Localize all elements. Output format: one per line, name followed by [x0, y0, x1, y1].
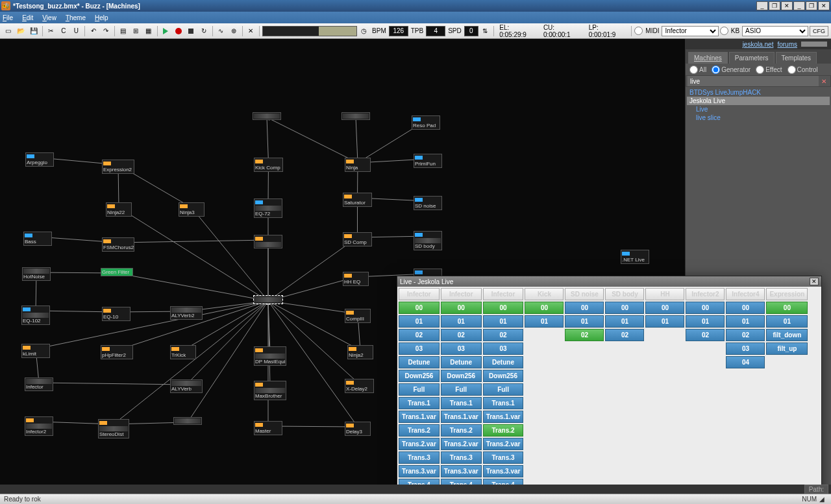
- live-cell[interactable]: 01: [605, 315, 644, 328]
- live-cell[interactable]: Trans.1: [399, 397, 440, 409]
- live-cell[interactable]: 04: [726, 356, 765, 368]
- live-cell[interactable]: 02: [605, 329, 644, 341]
- live-cell[interactable]: 03: [726, 342, 765, 355]
- machine-node-ninja2[interactable]: Ninja2: [347, 345, 373, 359]
- live-cell[interactable]: 01: [441, 315, 482, 328]
- live-close-button[interactable]: ✕: [810, 278, 819, 285]
- live-cell[interactable]: Full: [441, 383, 482, 396]
- live-cell[interactable]: 03: [483, 342, 524, 355]
- machine-node-net[interactable]: .NET Live: [621, 250, 649, 264]
- volume-slider[interactable]: [801, 42, 827, 47]
- kb-radio[interactable]: [720, 27, 728, 35]
- filter-all[interactable]: All: [689, 66, 706, 74]
- spd-input[interactable]: [464, 26, 478, 36]
- live-cell[interactable]: 02: [399, 329, 440, 341]
- settings-icon[interactable]: ⊕: [228, 25, 240, 37]
- live-cell[interactable]: Down256: [483, 370, 524, 382]
- live-cell[interactable]: Full: [399, 383, 440, 396]
- machine-node-master[interactable]: [254, 296, 282, 304]
- live-cell[interactable]: Detune: [399, 356, 440, 368]
- machine-node-greenfilter[interactable]: Green Filter: [101, 268, 133, 276]
- filter-effect[interactable]: Effect: [756, 66, 782, 74]
- machine-node-alyverb2[interactable]: ALYVerb2: [170, 306, 203, 320]
- live-column-header[interactable]: Infector: [483, 288, 524, 300]
- tab-parameters[interactable]: Parameters: [729, 52, 775, 64]
- live-cell[interactable]: Trans.3.var: [483, 465, 524, 477]
- live-column-header[interactable]: Infector4: [726, 288, 765, 300]
- machine-node-eq10[interactable]: EQ-10: [102, 307, 130, 321]
- live-column-header[interactable]: Infector: [399, 288, 440, 300]
- path-button[interactable]: Path:: [804, 485, 828, 494]
- machine-node-expression2[interactable]: Expression2: [102, 160, 134, 174]
- live-cell[interactable]: Trans.3.var: [399, 465, 440, 477]
- machine-node-n4[interactable]: [173, 417, 202, 425]
- machine-node-ninja3[interactable]: Ninja3: [179, 202, 205, 217]
- live-cell[interactable]: 01: [726, 315, 765, 328]
- live-cell[interactable]: 00: [525, 302, 564, 314]
- search-clear-icon[interactable]: ✕: [819, 76, 829, 86]
- live-cell[interactable]: 01: [686, 315, 725, 328]
- loop-button[interactable]: ↻: [198, 25, 210, 37]
- cut-button[interactable]: ✂: [45, 25, 57, 37]
- machine-node-sdcomp[interactable]: SD Comp: [343, 232, 372, 246]
- live-cell[interactable]: 03: [399, 342, 440, 355]
- live-cell[interactable]: 01: [399, 315, 440, 328]
- live-cell[interactable]: 00: [565, 302, 604, 314]
- list-item[interactable]: Jeskola Live: [687, 97, 830, 105]
- live-cell[interactable]: 01: [483, 315, 524, 328]
- live-cell[interactable]: 00: [645, 302, 684, 314]
- close-button[interactable]: ✕: [781, 1, 793, 10]
- live-cell[interactable]: filt_down: [766, 329, 808, 341]
- audio-select[interactable]: ASIO: [742, 26, 808, 36]
- live-cell[interactable]: Trans.1.var: [483, 411, 524, 423]
- machine-node-eq72[interactable]: EQ-72: [254, 198, 282, 218]
- machine-node-maxbrother[interactable]: MaxBrother: [254, 381, 286, 400]
- minimize-child-button[interactable]: _: [793, 1, 805, 10]
- machine-node-resopad[interactable]: Reso Pad: [412, 115, 440, 130]
- bpm-input[interactable]: [389, 26, 408, 36]
- live-window[interactable]: Live - Jeskola Live ✕ InfectorInfectorIn…: [397, 276, 822, 504]
- live-cell[interactable]: 03: [441, 342, 482, 355]
- machine-node-infector[interactable]: Infector: [25, 378, 53, 391]
- machine-node-stereodist[interactable]: StereoDist: [98, 419, 129, 438]
- live-cell[interactable]: 01: [766, 315, 808, 328]
- menu-view[interactable]: View: [42, 14, 56, 21]
- filter-generator[interactable]: Generator: [712, 66, 750, 74]
- filter-control[interactable]: Control: [788, 66, 818, 74]
- live-cell[interactable]: Down256: [399, 370, 440, 382]
- live-cell[interactable]: Trans.1.var: [399, 411, 440, 423]
- open-button[interactable]: 📂: [16, 25, 27, 37]
- live-cell[interactable]: 00: [483, 302, 524, 314]
- machine-node-hotnoise[interactable]: HotNoise: [22, 267, 51, 281]
- machine-node-hheq[interactable]: HH EQ: [343, 272, 369, 286]
- live-cell[interactable]: Trans.2: [399, 424, 440, 437]
- machine-node-delay3[interactable]: Delay3: [345, 422, 371, 436]
- live-cell[interactable]: 00: [605, 302, 644, 314]
- live-column-header[interactable]: SD body: [605, 288, 644, 300]
- live-cell[interactable]: 02: [726, 329, 765, 341]
- new-button[interactable]: ▭: [3, 25, 14, 37]
- live-cell[interactable]: Trans.2.var: [441, 438, 482, 450]
- menu-help[interactable]: Help: [95, 14, 108, 21]
- live-column-header[interactable]: SD noise: [565, 288, 604, 300]
- tab-machines[interactable]: Machines: [688, 52, 728, 64]
- live-cell[interactable]: Trans.3.var: [441, 465, 482, 477]
- maximize-button[interactable]: ❐: [769, 1, 780, 10]
- live-cell[interactable]: Full: [483, 383, 524, 396]
- live-column-header[interactable]: Infector: [441, 288, 482, 300]
- machine-node-dspmast[interactable]: DP MastEqui: [254, 346, 286, 366]
- redo-button[interactable]: ↷: [101, 25, 112, 37]
- machine-node-phpfilter2[interactable]: pHpFilter2: [101, 345, 133, 359]
- live-cell[interactable]: Detune: [441, 356, 482, 368]
- live-cell[interactable]: Trans.3: [483, 451, 524, 464]
- live-cell[interactable]: 00: [441, 302, 482, 314]
- live-cell[interactable]: 02: [686, 329, 725, 341]
- live-cell[interactable]: 02: [483, 329, 524, 341]
- sequence-button[interactable]: ▦: [143, 25, 155, 37]
- link-forums[interactable]: forums: [777, 41, 797, 48]
- live-cell[interactable]: 02: [565, 329, 604, 341]
- live-column-header[interactable]: Infector2: [686, 288, 725, 300]
- machine-node-compiii[interactable]: CompIII: [345, 309, 371, 323]
- tpb-input[interactable]: [426, 26, 445, 36]
- menu-theme[interactable]: Theme: [66, 14, 86, 21]
